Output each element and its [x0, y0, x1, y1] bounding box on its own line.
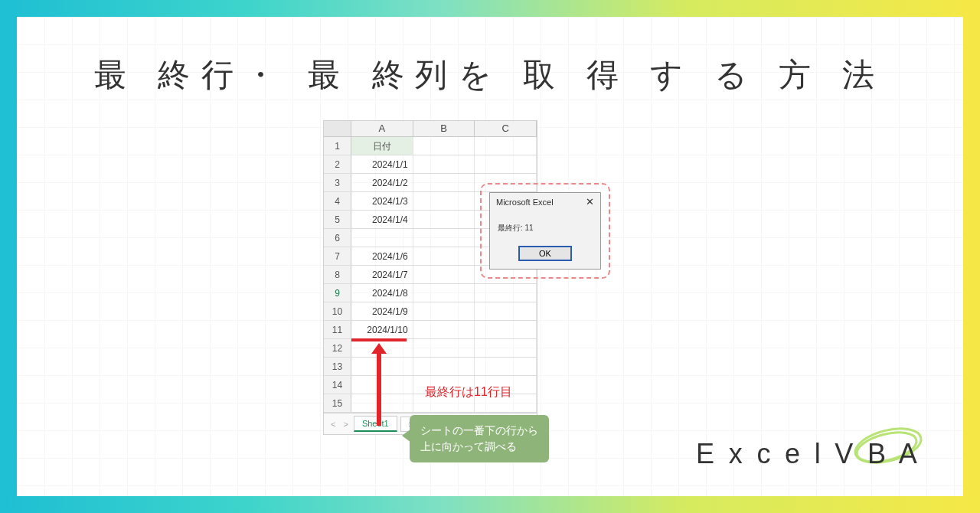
cell[interactable]: 日付 — [351, 137, 413, 155]
cell[interactable]: 2024/1/7 — [351, 266, 413, 283]
cell[interactable] — [475, 339, 537, 357]
row-header[interactable]: 4 — [324, 192, 351, 210]
table-row: 112024/1/10 — [324, 321, 537, 339]
nav-prev-icon[interactable]: < — [328, 420, 338, 429]
cell[interactable]: 2024/1/4 — [351, 211, 413, 228]
cell[interactable] — [413, 192, 475, 210]
row-header[interactable]: 8 — [324, 266, 351, 283]
close-icon[interactable]: ✕ — [586, 196, 594, 207]
cell[interactable] — [413, 137, 475, 155]
cell[interactable] — [351, 394, 413, 412]
cell[interactable]: 2024/1/8 — [351, 284, 413, 302]
cell[interactable] — [475, 302, 537, 320]
msgbox: Microsoft Excel ✕ 最終行: 11 OK — [489, 192, 601, 270]
row-header[interactable]: 11 — [324, 321, 351, 338]
sheet-tab-1[interactable]: Sheet1 — [354, 416, 397, 432]
cell[interactable] — [413, 247, 475, 265]
title-part: ・ 最 終 — [244, 54, 415, 96]
ok-button[interactable]: OK — [518, 246, 572, 261]
col-header-c[interactable]: C — [475, 121, 537, 136]
row-header[interactable]: 15 — [324, 394, 351, 412]
row-header[interactable]: 6 — [324, 229, 351, 247]
cell[interactable] — [413, 358, 475, 375]
table-row: 102024/1/9 — [324, 302, 537, 321]
select-all-corner[interactable] — [324, 121, 351, 136]
logo-text: E x c e l V B A — [696, 438, 920, 470]
cell[interactable] — [413, 302, 475, 320]
cell[interactable]: 2024/1/1 — [351, 155, 413, 173]
row-header[interactable]: 5 — [324, 211, 351, 228]
table-row: 1日付 — [324, 137, 537, 155]
bubble-line: シートの一番下の行から — [420, 423, 538, 439]
title-part: を 取 得 す る 方 法 — [459, 54, 886, 96]
table-row: 12 — [324, 339, 537, 358]
last-row-underline — [351, 338, 407, 341]
title-part: 最 終 — [94, 54, 201, 96]
cell[interactable]: 2024/1/9 — [351, 302, 413, 320]
cell[interactable]: 2024/1/6 — [351, 247, 413, 265]
cell[interactable] — [413, 284, 475, 302]
row-header[interactable]: 1 — [324, 137, 351, 155]
cell[interactable] — [351, 358, 413, 375]
cell[interactable] — [413, 266, 475, 283]
arrow-up-icon — [377, 351, 381, 426]
cell[interactable] — [413, 229, 475, 247]
cell[interactable] — [413, 174, 475, 191]
cell[interactable] — [413, 155, 475, 173]
cell[interactable] — [475, 155, 537, 173]
title-highlight: 列 — [415, 54, 459, 96]
cell[interactable] — [351, 376, 413, 394]
cell[interactable] — [475, 358, 537, 375]
cell[interactable] — [475, 137, 537, 155]
row-header[interactable]: 7 — [324, 247, 351, 265]
row-header[interactable]: 3 — [324, 174, 351, 191]
row-header[interactable]: 12 — [324, 339, 351, 357]
cell[interactable]: 2024/1/2 — [351, 174, 413, 191]
title-highlight: 行 — [201, 54, 245, 96]
row-header[interactable]: 14 — [324, 376, 351, 394]
table-row: 92024/1/8 — [324, 284, 537, 302]
page-title: 最 終行・ 最 終列を 取 得 す る 方 法 — [17, 54, 963, 96]
table-row: 13 — [324, 358, 537, 376]
row-header[interactable]: 13 — [324, 358, 351, 375]
cell[interactable] — [413, 321, 475, 338]
cell[interactable]: 2024/1/3 — [351, 192, 413, 210]
cell[interactable] — [351, 229, 413, 247]
row-header[interactable]: 2 — [324, 155, 351, 173]
row-header[interactable]: 9 — [324, 284, 351, 302]
cell[interactable] — [413, 339, 475, 357]
cell[interactable] — [475, 321, 537, 338]
msgbox-body: 最終行: 11 — [490, 211, 600, 243]
msgbox-highlight: Microsoft Excel ✕ 最終行: 11 OK — [480, 183, 610, 279]
bubble-line: 上に向かって調べる — [420, 439, 538, 455]
col-header-b[interactable]: B — [413, 121, 475, 136]
cell[interactable] — [475, 284, 537, 302]
speech-bubble: シートの一番下の行から 上に向かって調べる — [410, 415, 549, 462]
annotation-lastrow: 最終行は11行目 — [425, 384, 512, 400]
cell[interactable]: 2024/1/10 — [351, 321, 413, 338]
table-row: 22024/1/1 — [324, 155, 537, 174]
nav-next-icon[interactable]: > — [341, 420, 350, 429]
msgbox-title: Microsoft Excel — [496, 198, 554, 207]
row-header[interactable]: 10 — [324, 302, 351, 320]
cell[interactable] — [413, 211, 475, 228]
col-header-a[interactable]: A — [351, 121, 413, 136]
